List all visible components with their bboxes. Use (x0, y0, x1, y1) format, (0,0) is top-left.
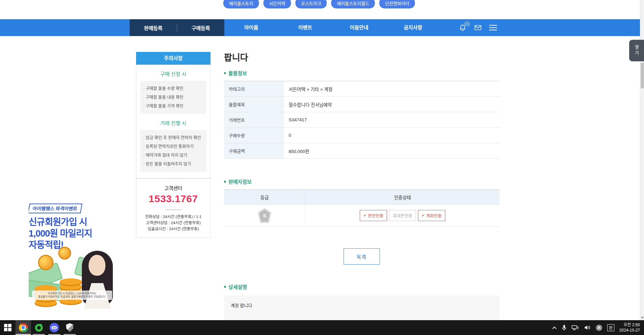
row-value-category: 서든어택 > 기타 > 계정 (284, 81, 500, 96)
nav-item-buy-register[interactable]: 구매등록 (177, 24, 224, 31)
shield-app-icon (66, 323, 73, 332)
item-info-table: 카테고리 서든어택 > 기타 > 계정 물품제목 월수팝니다 진서님예약 거래번… (224, 81, 500, 159)
row-label: 카테고리 (224, 81, 284, 96)
start-button[interactable] (0, 320, 15, 335)
row-label: 구매금액 (224, 143, 284, 158)
taskbar-shield-app-button[interactable] (62, 320, 77, 335)
row-value-quantity: 0 (284, 128, 500, 143)
promo-disclaimer-line: 신규회원가입 시 지급되는 1,000원 마일리지는 (33, 292, 111, 295)
coin-graphic (58, 247, 71, 260)
promo-disclaimer-line: 출금불가 마일리지로 지급되며, 물품구매로만 이용이 가능합니다. (33, 295, 111, 299)
windows-logo-icon (4, 324, 11, 331)
divider (166, 210, 181, 210)
seller-table-row: S ✔ 본인인증 휴대폰인증 ✔ 계좌인증 (224, 205, 500, 227)
taskbar-green-ring-app-button[interactable] (31, 320, 46, 335)
grade-cell: S (224, 205, 305, 226)
account-verified-badge: ✔ 계좌인증 (418, 210, 445, 221)
row-label: 구매수량 (224, 128, 284, 143)
table-row: 물품제목 월수팝니다 진서님예약 (224, 97, 500, 112)
seller-table-header: 등급 인증상태 (224, 190, 500, 205)
trade-notice-list: · 입금 확인 후 판매자 연락처 확인 · 등록된 연락처로만 통화하기 · … (140, 130, 206, 172)
clock-time: 오전 2:50 (619, 322, 640, 328)
table-row: 카테고리 서든어택 > 기타 > 계정 (224, 81, 500, 97)
nav-item-sell-register[interactable]: 판매등록 (130, 24, 177, 31)
green-dot-icon (224, 181, 226, 183)
purchase-notice-list: · 구매할 물품 수량 확인 · 구매할 물품 내용 확인 · 구매할 물품 가… (140, 81, 206, 114)
main-content: 팝니다 물품정보 카테고리 서든어택 > 기타 > 계정 물품제목 월수팝니다 … (224, 0, 500, 320)
nav-register-group: 판매등록 구매등록 (130, 19, 224, 36)
side-open-tab[interactable]: 열기 (629, 40, 644, 61)
system-tray: 한 오전 2:50 2024-10-27 (552, 320, 644, 335)
green-ring-app-icon (35, 324, 43, 332)
row-value-title: 월수팝니다 진서님예약 (284, 97, 500, 112)
scrollbar-thumb[interactable] (641, 63, 644, 88)
badge-label: 본인인증 (368, 212, 383, 219)
customer-center-hours: 전화상담 : 24시간 (연중무휴) / 1:1 (136, 214, 210, 220)
taskbar-clock[interactable]: 오전 2:50 2024-10-27 (619, 322, 641, 333)
customer-center-hours: 입출금시간 : 24시간 (연중무휴) (136, 226, 210, 232)
discord-icon (50, 323, 59, 332)
section-title: 판매자정보 (228, 178, 252, 185)
microphone-icon[interactable] (562, 325, 567, 331)
notice-item: · 구매할 물품 내용 확인 (143, 93, 204, 102)
row-value-price: 850,000원 (284, 143, 500, 158)
customer-center-hours: 고객센터상담 : 24시간 (연중무휴) (136, 220, 210, 226)
promo-banner[interactable]: 아이템땡스 파격이벤트 신규회원가입 시 1,000원 마일리지 자동적립! 신… (29, 204, 116, 309)
notice-item: · 받은 물품 되돌려주지 않기 (143, 160, 204, 169)
promo-disclaimer: 신규회원가입 시 지급되는 1,000원 마일리지는 출금불가 마일리지로 지급… (32, 291, 112, 300)
ime-korean-indicator[interactable]: 한 (607, 324, 614, 331)
network-icon[interactable] (572, 325, 579, 331)
taskbar: 한 오전 2:50 2024-10-27 (0, 320, 644, 335)
scrollbar-down-arrow[interactable] (641, 317, 644, 319)
notice-item: · 구매할 물품 수량 확인 (143, 84, 204, 93)
clock-date: 2024-10-27 (619, 328, 640, 333)
customer-center-phone: 1533.1767 (136, 193, 210, 205)
green-dot-icon (224, 72, 226, 74)
grade-letter: S (259, 210, 270, 221)
promo-illustration: 신규회원가입 시 지급되는 1,000원 마일리지는 출금불가 마일리지로 지급… (29, 249, 116, 309)
list-button[interactable]: 목록 (344, 248, 380, 265)
auth-cell: ✔ 본인인증 휴대폰인증 ✔ 계좌인증 (305, 205, 500, 226)
coin-graphic (38, 255, 54, 270)
item-info-section-header: 물품정보 (224, 69, 247, 77)
speaker-icon[interactable] (584, 325, 591, 330)
chrome-icon (19, 323, 28, 332)
customer-center-title: 고객센터 (136, 184, 210, 191)
seller-info-section-header: 판매자정보 (224, 178, 252, 185)
seller-info-table: 등급 인증상태 S ✔ 본인인증 휴대폰인증 ✔ 계좌인증 (224, 189, 500, 227)
tray-chevron-up-icon[interactable] (552, 326, 557, 329)
row-label: 거래번호 (224, 112, 284, 127)
section-title: 상세설명 (228, 283, 247, 290)
badge-label: 계좌인증 (426, 212, 442, 219)
notice-panel-header: 주의사항 (136, 52, 211, 65)
notice-item: · 등록된 연락처로만 통화하기 (143, 142, 204, 151)
detail-description-box: 계정 팝니다 (224, 296, 500, 320)
row-label: 물품제목 (224, 97, 284, 112)
blocked-x-icon[interactable] (596, 325, 602, 331)
purchase-notice-title: 구매 신청 시 (136, 70, 210, 77)
row-value-trade-no: S347417 (284, 112, 500, 127)
grade-badge-icon: S (258, 208, 271, 223)
notice-item: · 입금 확인 후 판매자 연락처 확인 (143, 133, 204, 142)
check-icon: ✔ (422, 213, 425, 218)
detail-section-header: 상세설명 (224, 283, 247, 290)
check-icon: ✔ (363, 213, 366, 218)
taskbar-discord-button[interactable] (46, 320, 62, 335)
notice-item: · 구매할 물품 가격 확인 (143, 102, 204, 111)
taskbar-chrome-button[interactable] (15, 320, 31, 335)
identity-verified-badge: ✔ 본인인증 (360, 210, 387, 221)
table-row: 구매수량 0 (224, 128, 500, 143)
promo-headline-line: 1,000원 마일리지 (29, 228, 116, 239)
notice-panel: 주의사항 구매 신청 시 · 구매할 물품 수량 확인 · 구매할 물품 내용 … (136, 52, 211, 178)
grade-column-header: 등급 (224, 190, 305, 204)
green-dot-icon (224, 286, 226, 288)
table-row: 거래번호 S347417 (224, 112, 500, 128)
phone-verified-badge: 휴대폰인증 (389, 210, 416, 221)
auth-column-header: 인증상태 (305, 190, 500, 204)
promo-headline-line: 신규회원가입 시 (29, 216, 116, 228)
notice-item: · 예약거래 절대 하지 않기 (143, 151, 204, 160)
promo-badge: 아이템땡스 파격이벤트 (29, 204, 82, 213)
customer-center-panel: 고객센터 1533.1767 전화상담 : 24시간 (연중무휴) / 1:1 … (136, 178, 211, 238)
page-title: 팝니다 (224, 51, 248, 63)
table-row: 구매금액 850,000원 (224, 143, 500, 159)
